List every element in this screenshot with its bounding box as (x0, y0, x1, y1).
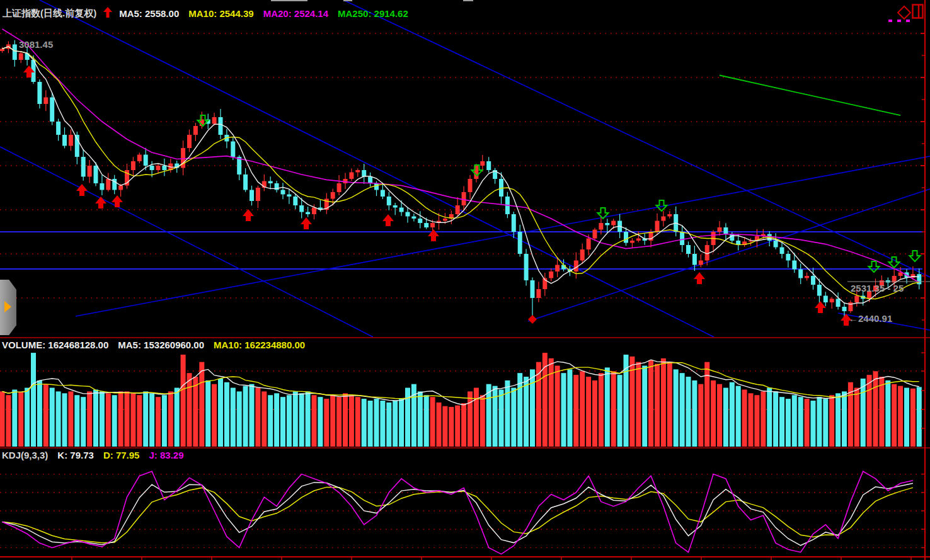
candle-body (237, 157, 241, 174)
candle-body (418, 219, 422, 223)
volume-bar (261, 391, 267, 447)
volume-bar (250, 384, 255, 447)
volume-bar (87, 391, 92, 447)
candle-body (836, 299, 841, 307)
volume-bar (704, 362, 709, 447)
ma250-line (720, 76, 900, 116)
volume-ma10-value: MA10: 162234880.00 (214, 340, 305, 350)
candle-body (830, 299, 834, 302)
candle-body (399, 208, 404, 212)
kdj-j-value: J: 83.29 (149, 450, 183, 460)
volume-bar (386, 403, 391, 447)
candle-body (131, 161, 135, 170)
candle-body (611, 221, 616, 226)
volume-bar (18, 392, 23, 447)
volume-bar (530, 369, 535, 447)
candle-body (587, 239, 591, 250)
candle-body (118, 186, 123, 190)
volume-bar (885, 380, 890, 447)
volume-bar (455, 406, 460, 447)
volume-bar (811, 401, 816, 447)
volume-bar (605, 367, 610, 447)
sell-signal-arrow-icon (869, 261, 880, 272)
volume-bar (636, 362, 641, 447)
candle-body (268, 181, 273, 184)
expand-arrow-icon (4, 301, 11, 312)
buy-signal-arrow-icon (76, 184, 88, 196)
volume-bar (910, 389, 916, 447)
volume-bar (31, 353, 36, 447)
volume-bar (243, 386, 248, 447)
volume-bar (149, 393, 154, 447)
candle-body (599, 223, 603, 230)
more-options-dots-icon[interactable] (888, 20, 910, 22)
ma5-value: MA5: 2558.00 (119, 8, 179, 19)
candle-body (306, 212, 310, 215)
candle-body (100, 183, 104, 190)
candle-body (842, 307, 847, 311)
panel-icon[interactable] (912, 4, 924, 21)
volume-bar (480, 395, 485, 447)
volume-bar (393, 401, 398, 447)
volume-bar (805, 399, 810, 447)
volume-bar (343, 393, 348, 447)
buy-signal-arrow-icon (428, 229, 439, 241)
volume-bar (611, 371, 616, 447)
chart-canvas[interactable] (0, 0, 930, 560)
candle-body (69, 135, 73, 146)
volume-bar (754, 395, 759, 447)
volume-bar (193, 377, 198, 447)
volume-bar (817, 397, 822, 447)
volume-bar (430, 397, 435, 447)
volume-bar (655, 364, 660, 447)
ma250-value: MA250: 2914.62 (338, 8, 408, 19)
volume-bar (549, 358, 554, 447)
candle-body (156, 166, 161, 170)
candle-body (456, 205, 460, 214)
candle-body (387, 197, 391, 205)
candle-body (256, 188, 260, 201)
candle-body (661, 217, 665, 221)
volume-bar (686, 377, 691, 447)
volume-bar (93, 389, 98, 447)
candle-body (780, 248, 784, 254)
trendline (40, 0, 714, 337)
ma10-line (3, 47, 919, 299)
volume-bar (442, 406, 447, 447)
volume-bar (761, 391, 766, 447)
candle-body (468, 179, 473, 192)
candle-body (293, 197, 297, 205)
volume-bar (255, 388, 260, 447)
candle-body (811, 276, 815, 285)
candle-body (531, 280, 535, 298)
candle-body (81, 157, 86, 177)
volume-bar (561, 373, 566, 447)
volume-bar (505, 380, 510, 447)
volume-bar (717, 384, 722, 447)
volume-bar (106, 393, 111, 447)
volume-bar (187, 373, 192, 447)
volume-bar (324, 399, 329, 447)
candle-body (355, 170, 360, 173)
volume-bar (580, 371, 585, 447)
candle-body (555, 265, 560, 272)
candle-body (680, 232, 684, 245)
candle-body (518, 232, 522, 254)
volume-bar (461, 403, 466, 447)
volume-bar (224, 382, 229, 447)
volume-bar (674, 369, 679, 447)
buy-signal-arrow-icon (382, 214, 394, 226)
candle-body (786, 254, 790, 261)
candle-body (443, 219, 447, 221)
candle-body (486, 161, 491, 170)
volume-bar (399, 399, 404, 447)
low-point-diamond-icon (528, 315, 537, 324)
volume-bar (181, 355, 186, 447)
kdj-d-value: D: 77.95 (103, 450, 140, 460)
sidebar-expander-tab[interactable] (0, 280, 16, 335)
candle-body (667, 214, 672, 217)
volume-bar (736, 386, 741, 447)
candle-body (424, 223, 428, 227)
price-low-label: ←2440.91 (849, 313, 892, 324)
volume-bar (854, 388, 859, 447)
